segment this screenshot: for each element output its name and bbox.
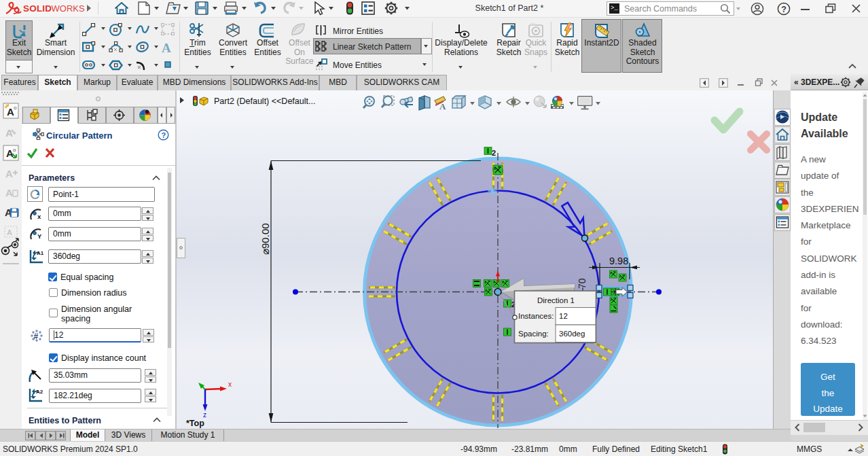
svg-text:A1: A1 bbox=[37, 250, 44, 256]
svg-text:Y: Y bbox=[37, 232, 42, 240]
svg-text:A: A bbox=[7, 228, 12, 236]
svg-text:A: A bbox=[5, 187, 13, 198]
svg-text:Spacing:: Spacing: bbox=[518, 330, 549, 338]
svg-text:70: 70 bbox=[577, 278, 587, 289]
svg-text:Instances:: Instances: bbox=[518, 312, 554, 320]
svg-text:#: # bbox=[34, 332, 39, 341]
svg-text:z: z bbox=[203, 411, 206, 419]
svg-text:360deg: 360deg bbox=[559, 330, 585, 338]
svg-text:o: o bbox=[14, 105, 17, 111]
svg-text:2: 2 bbox=[492, 149, 496, 157]
svg-text:x: x bbox=[37, 213, 41, 220]
svg-text:A: A bbox=[5, 127, 13, 139]
svg-text:SOLID: SOLID bbox=[23, 3, 52, 14]
svg-text:?: ? bbox=[162, 131, 166, 139]
svg-text:A2: A2 bbox=[36, 389, 43, 395]
svg-text:A: A bbox=[5, 168, 13, 179]
svg-text:Part2 (Default) <<Default...: Part2 (Default) <<Default... bbox=[214, 97, 315, 106]
svg-text:12: 12 bbox=[559, 312, 568, 320]
svg-text:A: A bbox=[439, 101, 446, 111]
svg-text:⌀90.00: ⌀90.00 bbox=[259, 223, 271, 255]
svg-text:x: x bbox=[228, 381, 232, 388]
svg-text:Direction 1: Direction 1 bbox=[537, 296, 575, 304]
svg-text:?: ? bbox=[781, 5, 786, 14]
svg-text:*Top: *Top bbox=[186, 419, 204, 428]
svg-text:WORKS: WORKS bbox=[52, 3, 85, 14]
svg-text:o: o bbox=[13, 147, 16, 153]
svg-text:9.98: 9.98 bbox=[609, 256, 628, 266]
svg-text:A: A bbox=[162, 41, 171, 55]
